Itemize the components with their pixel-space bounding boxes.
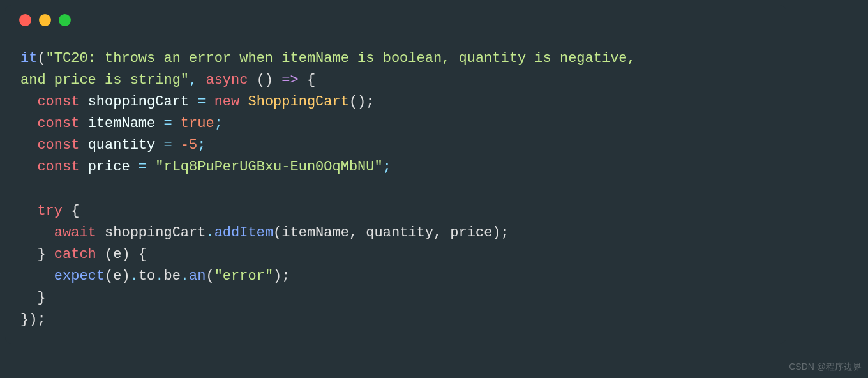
- eq3: =: [155, 137, 181, 153]
- prop-to: to: [138, 268, 155, 284]
- class-shoppingcart: ShoppingCart: [248, 94, 348, 110]
- window-titlebar: [5, 5, 786, 29]
- var-itemname: itemName: [88, 116, 156, 132]
- eq1: =: [189, 94, 214, 110]
- try-close: }: [37, 246, 54, 262]
- semi4: ;: [383, 159, 391, 175]
- var-quantity: quantity: [88, 137, 156, 153]
- kw-const-4: const: [37, 159, 79, 175]
- val-true: true: [181, 116, 214, 132]
- code-content: it("TC20: throws an error when itemName …: [5, 29, 786, 344]
- expect-arg-open: (e): [105, 268, 130, 284]
- var-price: price: [88, 159, 130, 175]
- ctor-call: ();: [349, 94, 375, 110]
- catch-close: }: [37, 290, 45, 306]
- watermark: CSDN @程序边界: [789, 360, 862, 374]
- semi3: ;: [197, 137, 206, 153]
- val-neg5: -5: [181, 137, 197, 153]
- fn-expect: expect: [54, 268, 105, 284]
- kw-async: async: [206, 72, 248, 88]
- test-description-line1: "TC20: throws an error when itemName is …: [46, 50, 644, 66]
- it-close: });: [20, 312, 46, 328]
- kw-try: try: [37, 203, 63, 219]
- brace-open: {: [299, 72, 315, 88]
- an-open: (: [206, 268, 214, 284]
- paren-open: (: [37, 50, 45, 66]
- obj-shoppingcart: shoppingCart: [105, 225, 206, 241]
- eq4: =: [130, 159, 156, 175]
- str-error: "error": [214, 268, 273, 284]
- dot3: .: [155, 268, 163, 284]
- eq2: =: [155, 116, 181, 132]
- comma: ,: [189, 72, 206, 88]
- maximize-icon[interactable]: [59, 14, 71, 26]
- additem-args: (itemName, quantity, price);: [273, 225, 509, 241]
- var-shoppingcart: shoppingCart: [88, 94, 189, 110]
- an-close: );: [273, 268, 290, 284]
- kw-await: await: [54, 225, 96, 241]
- catch-param: (e) {: [105, 246, 147, 262]
- method-additem: addItem: [214, 225, 273, 241]
- kw-catch: catch: [54, 246, 96, 262]
- arrow: =>: [281, 72, 298, 88]
- test-description-line2: and price is string": [20, 72, 189, 88]
- arrow-params: (): [248, 72, 281, 88]
- method-an: an: [189, 268, 206, 284]
- minimize-icon[interactable]: [39, 14, 51, 26]
- dot2: .: [130, 268, 138, 284]
- kw-new: new: [214, 94, 240, 110]
- semi2: ;: [214, 116, 223, 132]
- val-price-string: "rLq8PuPerUGBxu-Eun0OqMbNU": [155, 159, 382, 175]
- dot4: .: [181, 268, 189, 284]
- code-window: it("TC20: throws an error when itemName …: [5, 5, 786, 344]
- fn-it: it: [20, 50, 37, 66]
- kw-const-3: const: [37, 137, 79, 153]
- try-brace: {: [71, 203, 79, 219]
- kw-const-2: const: [37, 116, 79, 132]
- kw-const-1: const: [37, 94, 79, 110]
- close-icon[interactable]: [19, 14, 31, 26]
- prop-be: be: [163, 268, 180, 284]
- dot1: .: [206, 225, 214, 241]
